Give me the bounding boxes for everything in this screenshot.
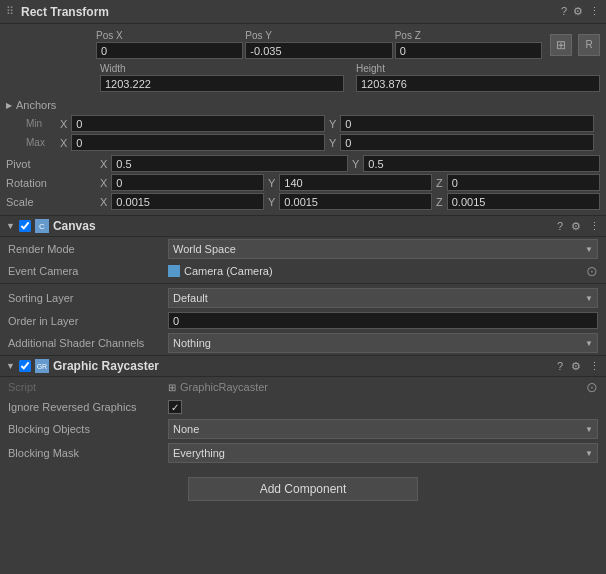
pivot-label: Pivot: [6, 158, 96, 170]
scale-row: Scale X Y Z: [0, 192, 606, 211]
additional-shader-value: Nothing: [173, 337, 211, 349]
rotation-y-input[interactable]: [279, 174, 432, 191]
script-picker-icon[interactable]: ⊙: [586, 379, 598, 395]
sorting-layer-chevron-icon: ▼: [585, 294, 593, 303]
sorting-layer-row: Sorting Layer Default ▼: [0, 286, 606, 310]
blocking-mask-dropdown[interactable]: Everything ▼: [168, 443, 598, 463]
graphic-raycaster-help-icon[interactable]: ?: [557, 360, 563, 373]
scale-x-group: X: [100, 193, 264, 210]
scale-z-input[interactable]: [447, 193, 600, 210]
pos-z-label: Pos Z: [395, 30, 542, 41]
script-label: Script: [8, 381, 168, 393]
pos-row: Pos X Pos Y Pos Z ⊞ R: [0, 28, 606, 61]
canvas-help-icon[interactable]: ?: [557, 220, 563, 233]
pos-x-group: Pos X: [96, 30, 243, 59]
pivot-x-group: X: [100, 155, 348, 172]
scale-y-input[interactable]: [279, 193, 432, 210]
width-input[interactable]: [100, 75, 344, 92]
scale-x-input[interactable]: [111, 193, 264, 210]
camera-picker-icon[interactable]: ⊙: [586, 263, 598, 279]
additional-shader-dropdown-button[interactable]: Nothing ▼: [168, 333, 598, 353]
rect-transform-settings-icon[interactable]: ⚙: [573, 5, 583, 18]
blocking-objects-value: None: [173, 423, 199, 435]
rotation-y-group: Y: [268, 174, 432, 191]
anchors-foldout-icon[interactable]: ▶: [6, 101, 12, 110]
graphic-raycaster-settings-icon[interactable]: ⚙: [571, 360, 581, 373]
scale-label: Scale: [6, 196, 96, 208]
camera-type-icon: [168, 265, 180, 277]
rect-transform-help-icon[interactable]: ?: [561, 5, 567, 18]
rect-transform-body: Pos X Pos Y Pos Z ⊞ R Width: [0, 24, 606, 215]
constraint-box-icon[interactable]: ⊞: [550, 34, 572, 56]
pos-z-input[interactable]: [395, 42, 542, 59]
min-x-input[interactable]: [71, 115, 325, 132]
sorting-layer-dropdown-button[interactable]: Default ▼: [168, 288, 598, 308]
add-component-button[interactable]: Add Component: [188, 477, 418, 501]
graphic-raycaster-title: Graphic Raycaster: [53, 359, 557, 373]
canvas-header: ▼ C Canvas ? ⚙ ⋮: [0, 215, 606, 237]
blocking-objects-dropdown[interactable]: None ▼: [168, 419, 598, 439]
max-y-input[interactable]: [340, 134, 594, 151]
min-x-axis-label: X: [60, 118, 67, 130]
pos-x-input[interactable]: [96, 42, 243, 59]
additional-shader-row: Additional Shader Channels Nothing ▼: [0, 331, 606, 355]
anchors-label: Anchors: [16, 99, 96, 111]
additional-shader-dropdown[interactable]: Nothing ▼: [168, 333, 598, 353]
min-y-input[interactable]: [340, 115, 594, 132]
min-y-axis-label: Y: [329, 118, 336, 130]
canvas-enabled-checkbox[interactable]: [19, 220, 31, 232]
wh-row: Width Height: [0, 61, 606, 94]
pivot-x-axis-label: X: [100, 158, 107, 170]
render-mode-label: Render Mode: [8, 243, 168, 255]
sorting-layer-label: Sorting Layer: [8, 292, 168, 304]
rotation-z-input[interactable]: [447, 174, 600, 191]
rotation-z-group: Z: [436, 174, 600, 191]
min-label: Min: [26, 118, 56, 129]
rotation-y-axis-label: Y: [268, 177, 275, 189]
sorting-layer-dropdown[interactable]: Default ▼: [168, 288, 598, 308]
rect-transform-title: Rect Transform: [21, 5, 561, 19]
pivot-row: Pivot X Y: [0, 154, 606, 173]
blocking-objects-dropdown-button[interactable]: None ▼: [168, 419, 598, 439]
graphic-raycaster-foldout-icon[interactable]: ▼: [6, 361, 15, 371]
graphic-raycaster-enabled-checkbox[interactable]: [19, 360, 31, 372]
script-value-text: GraphicRaycaster: [180, 381, 268, 393]
graphic-raycaster-menu-icon[interactable]: ⋮: [589, 360, 600, 373]
pos-y-input[interactable]: [245, 42, 392, 59]
pivot-y-input[interactable]: [363, 155, 600, 172]
height-group: Height: [356, 63, 600, 92]
max-label: Max: [26, 137, 56, 148]
height-input[interactable]: [356, 75, 600, 92]
blocking-mask-dropdown-button[interactable]: Everything ▼: [168, 443, 598, 463]
scale-z-group: Z: [436, 193, 600, 210]
rect-transform-menu-icon[interactable]: ⋮: [589, 5, 600, 18]
render-mode-dropdown-button[interactable]: World Space ▼: [168, 239, 598, 259]
canvas-settings-icon[interactable]: ⚙: [571, 220, 581, 233]
anchor-min-row: Min X Y: [6, 114, 600, 133]
max-x-input[interactable]: [71, 134, 325, 151]
width-label: Width: [100, 63, 344, 74]
script-value-field: ⊞ GraphicRaycaster ⊙: [168, 379, 598, 395]
rotation-z-axis-label: Z: [436, 177, 443, 189]
max-y-axis-label: Y: [329, 137, 336, 149]
event-camera-label: Event Camera: [8, 265, 168, 277]
blocking-mask-label: Blocking Mask: [8, 447, 168, 459]
pivot-x-input[interactable]: [111, 155, 348, 172]
event-camera-value: Camera (Camera): [184, 265, 582, 277]
reset-icon[interactable]: R: [578, 34, 600, 56]
anchors-header: ▶ Anchors: [6, 96, 600, 114]
additional-shader-label: Additional Shader Channels: [8, 337, 168, 349]
render-mode-dropdown[interactable]: World Space ▼: [168, 239, 598, 259]
ignore-reversed-label: Ignore Reversed Graphics: [8, 401, 168, 413]
ignore-reversed-checkbox[interactable]: ✓: [168, 400, 182, 414]
blocking-mask-value: Everything: [173, 447, 225, 459]
order-in-layer-input[interactable]: [168, 312, 598, 329]
render-mode-value: World Space: [173, 243, 236, 255]
graphic-raycaster-header: ▼ GR Graphic Raycaster ? ⚙ ⋮: [0, 355, 606, 377]
scale-x-axis-label: X: [100, 196, 107, 208]
canvas-foldout-icon[interactable]: ▼: [6, 221, 15, 231]
rotation-row: Rotation X Y Z: [0, 173, 606, 192]
canvas-menu-icon[interactable]: ⋮: [589, 220, 600, 233]
rotation-x-input[interactable]: [111, 174, 264, 191]
graphic-raycaster-component-icon: GR: [35, 359, 49, 373]
